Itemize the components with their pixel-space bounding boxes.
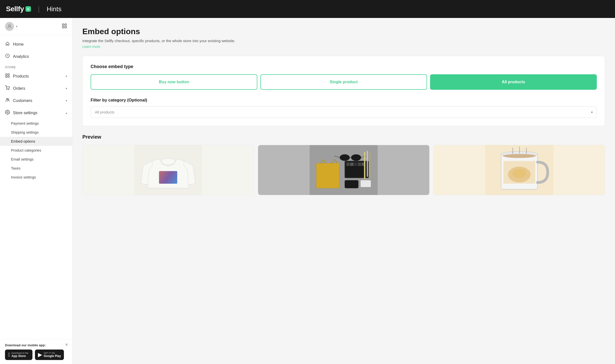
store-section-label: Store [0, 63, 72, 70]
sidebar-item-home-label: Home [13, 42, 24, 47]
preview-label: Preview [82, 134, 605, 140]
analytics-icon [5, 53, 10, 60]
sweater-image [83, 145, 254, 195]
svg-rect-1 [62, 24, 64, 25]
svg-rect-28 [346, 163, 350, 166]
preview-products-grid [82, 145, 605, 195]
svg-rect-30 [354, 163, 358, 166]
sidebar-item-invoice-settings[interactable]: Invoice settings [0, 173, 72, 182]
google-play-sub: GET IT ON [44, 352, 61, 354]
store-settings-chevron-icon: ▴ [66, 111, 67, 115]
filter-label: Filter by category (Optional) [91, 98, 597, 103]
google-play-icon: ▶ [38, 352, 42, 358]
svg-point-10 [6, 89, 7, 90]
sidebar-item-product-categories[interactable]: Product categories [0, 146, 72, 155]
sidebar-item-products-label: Products [13, 74, 29, 79]
topbar: Sellfy S | Hints [0, 0, 615, 18]
all-products-button[interactable]: All products [430, 74, 597, 90]
sidebar-item-customers[interactable]: Customers ▾ [0, 94, 72, 107]
svg-point-11 [8, 89, 9, 90]
svg-rect-8 [6, 76, 7, 78]
svg-point-41 [503, 154, 536, 158]
products-icon [5, 73, 10, 79]
svg-point-44 [512, 169, 526, 178]
svg-point-22 [351, 154, 361, 161]
svg-rect-4 [65, 26, 66, 28]
topbar-title: Hints [47, 5, 61, 13]
footer-label: Download our mobile app: [5, 343, 67, 347]
sidebar-item-analytics[interactable]: Analytics [0, 50, 72, 63]
sidebar: ▾ Home [0, 18, 72, 364]
svg-rect-31 [358, 163, 361, 166]
accessories-image [258, 145, 429, 195]
sidebar-nav: Home Analytics Store [0, 35, 72, 339]
sidebar-item-customers-label: Customers [13, 98, 32, 103]
sidebar-item-email-settings[interactable]: Email settings [0, 155, 72, 164]
svg-point-14 [7, 112, 8, 113]
svg-rect-34 [367, 151, 368, 177]
sidebar-item-payment-settings[interactable]: Payment settings [0, 119, 72, 128]
svg-rect-9 [8, 76, 9, 78]
category-filter-select[interactable]: All products [91, 106, 597, 118]
svg-rect-36 [345, 180, 359, 188]
preview-product-sweater [82, 145, 254, 195]
sidebar-item-taxes[interactable]: Taxes [0, 164, 72, 173]
avatar [5, 22, 14, 31]
svg-rect-33 [364, 152, 365, 179]
apple-icon:  [8, 352, 10, 358]
sidebar-item-store-settings[interactable]: Store settings ▴ [0, 107, 72, 119]
main-content: Embed options Integrate the Sellfy check… [72, 18, 615, 364]
topbar-divider: | [38, 5, 40, 13]
app-store-main: App Store [11, 354, 28, 358]
user-chevron-icon: ▾ [16, 25, 17, 28]
sidebar-item-analytics-label: Analytics [13, 54, 29, 59]
svg-rect-29 [350, 163, 354, 166]
sidebar-footer: ✕ Download our mobile app:  Download on… [0, 339, 72, 364]
layout: ▾ Home [0, 18, 615, 364]
page-description: Integrate the Sellfy checkout, specific … [82, 39, 605, 43]
store-badges:  Download on the App Store ▶ GET IT ON … [5, 350, 67, 360]
svg-point-0 [8, 25, 10, 26]
sidebar-item-products[interactable]: Products ▾ [0, 70, 72, 82]
close-banner-button[interactable]: ✕ [65, 342, 68, 347]
buy-now-button[interactable]: Buy now button [91, 74, 257, 90]
embed-type-card: Choose embed type Buy now button Single … [82, 56, 605, 126]
sidebar-item-shipping-settings[interactable]: Shipping settings [0, 128, 72, 137]
svg-point-13 [8, 99, 9, 100]
svg-point-12 [6, 98, 7, 99]
mug-image [434, 145, 605, 195]
app-store-sub: Download on the [11, 352, 28, 354]
page-title: Embed options [82, 27, 605, 36]
filter-select-wrapper: All products ▾ [91, 106, 597, 118]
store-settings-icon [5, 110, 10, 116]
sidebar-item-store-settings-label: Store settings [13, 111, 37, 115]
single-product-button[interactable]: Single product [260, 74, 427, 90]
svg-point-21 [340, 154, 350, 161]
logo: Sellfy S [6, 5, 31, 13]
app-store-badge[interactable]:  Download on the App Store [5, 350, 32, 360]
grid-icon[interactable] [62, 23, 67, 30]
orders-chevron-icon: ▾ [66, 87, 67, 90]
sidebar-item-embed-options[interactable]: Embed options [0, 137, 72, 146]
preview-product-accessories [258, 145, 429, 195]
orders-icon [5, 85, 10, 91]
sidebar-item-orders-label: Orders [13, 86, 25, 91]
customers-icon [5, 97, 10, 104]
sidebar-item-home[interactable]: Home [0, 38, 72, 50]
svg-rect-18 [159, 171, 177, 184]
filter-section: Filter by category (Optional) All produc… [91, 98, 597, 118]
svg-rect-6 [6, 74, 7, 75]
svg-rect-3 [62, 26, 64, 28]
sidebar-top: ▾ [0, 18, 72, 35]
svg-rect-2 [65, 24, 66, 25]
user-menu-trigger[interactable]: ▾ [5, 22, 17, 31]
svg-rect-35 [369, 153, 370, 178]
logo-text: Sellfy [6, 5, 24, 13]
google-play-badge[interactable]: ▶ GET IT ON Google Play [35, 350, 64, 360]
products-chevron-icon: ▾ [66, 75, 67, 78]
learn-more-link[interactable]: Learn more [82, 45, 100, 49]
embed-type-title: Choose embed type [91, 64, 597, 69]
preview-product-mug [434, 145, 605, 195]
sidebar-item-orders[interactable]: Orders ▾ [0, 82, 72, 94]
google-play-main: Google Play [44, 354, 61, 358]
